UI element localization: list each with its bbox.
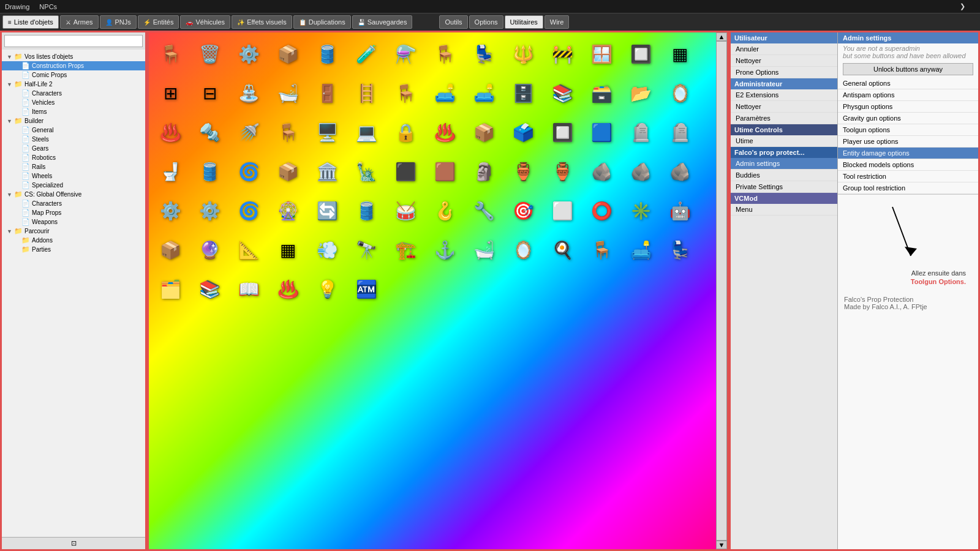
panel-prone-options[interactable]: Prone Options xyxy=(731,67,837,78)
obj-fence3[interactable]: 🔲 xyxy=(622,35,660,73)
tree-parcourir[interactable]: ▼ 📁 Parcourir xyxy=(2,227,145,236)
panel-parametres[interactable]: Paramètres xyxy=(731,113,837,124)
obj-sofa3[interactable]: 🛋️ xyxy=(622,231,660,269)
obj-box1[interactable]: 📦 xyxy=(465,113,503,151)
obj-spring[interactable]: 🔧 xyxy=(465,192,503,230)
tab-effets[interactable]: ✨ Effets visuels xyxy=(232,15,292,29)
obj-hook[interactable]: 🪝 xyxy=(426,192,464,230)
panel-annuler[interactable]: Annuler xyxy=(731,43,837,55)
option-gravity-gun[interactable]: Gravity gun options xyxy=(838,113,978,124)
obj-vending[interactable]: 🏧 xyxy=(347,270,385,308)
obj-grave1[interactable]: 🪦 xyxy=(622,113,660,151)
obj-column[interactable]: 🗽 xyxy=(347,152,385,190)
obj-ladder[interactable]: 🪜 xyxy=(347,74,385,112)
tree-vos-listes[interactable]: ▼ 📁 Vos listes d'objets xyxy=(2,52,145,61)
scroll-up-button[interactable]: ▲ xyxy=(716,32,727,41)
tree-addons[interactable]: 📁 Addons xyxy=(2,236,145,245)
obj-barrel3[interactable]: 🛢️ xyxy=(347,192,385,230)
tree-builder-wheels[interactable]: 📄 Wheels xyxy=(2,171,145,181)
obj-mech1[interactable]: 🤖 xyxy=(661,192,699,230)
tree-parties[interactable]: 📁 Parties xyxy=(2,245,145,254)
obj-drum[interactable]: 🥁 xyxy=(386,192,424,230)
tree-builder-steels[interactable]: 📄 Steels xyxy=(2,135,145,144)
obj-fan[interactable]: 🌀 xyxy=(230,192,268,230)
obj-rack[interactable]: 📐 xyxy=(230,231,268,269)
tab-outils[interactable]: Outils xyxy=(439,15,467,29)
obj-wheel[interactable]: ⚙️ xyxy=(230,35,268,73)
tab-duplications[interactable]: 📋 Duplications xyxy=(293,15,351,29)
obj-bench[interactable]: 🪑 xyxy=(426,35,464,73)
obj-bathtub2[interactable]: 🛁 xyxy=(465,231,503,269)
option-general[interactable]: General options xyxy=(838,78,978,89)
tree-csgo-map-props[interactable]: 📄 Map Props xyxy=(2,208,145,217)
obj-wheel4[interactable]: 🎯 xyxy=(504,192,542,230)
option-physgun[interactable]: Physgun options xyxy=(838,101,978,113)
obj-fence7[interactable]: 🔲 xyxy=(543,113,581,151)
obj-radiator[interactable]: ♨️ xyxy=(426,113,464,151)
tab-liste-objets[interactable]: ≡ Liste d'objets xyxy=(2,15,59,29)
menu-drawing[interactable]: Drawing xyxy=(5,3,29,10)
tab-pnjs[interactable]: 👤 PNJs xyxy=(100,15,137,29)
obj-cabinet2[interactable]: 📚 xyxy=(543,74,581,112)
obj-rock1[interactable]: 🪨 xyxy=(622,152,660,190)
tab-vehicules[interactable]: 🚗 Véhicules xyxy=(180,15,230,29)
tree-hl2-vehicles[interactable]: 📄 Vehicles xyxy=(2,98,145,107)
tree-hl2-characters[interactable]: 📄 Characters xyxy=(2,89,145,98)
tree-builder-general[interactable]: 📄 General xyxy=(2,126,145,135)
option-entity-damage[interactable]: Entity damage options xyxy=(838,148,978,159)
obj-sofa[interactable]: 🛋️ xyxy=(426,74,464,112)
obj-chair-blue[interactable]: 💺 xyxy=(465,35,503,73)
tree-comic-props[interactable]: 📄 Comic Props xyxy=(2,70,145,80)
obj-stool[interactable]: 🪑 xyxy=(151,35,189,73)
obj-barrel-blue[interactable]: 🛢️ xyxy=(308,35,346,73)
option-player-use[interactable]: Player use options xyxy=(838,136,978,148)
obj-crate2[interactable]: 📦 xyxy=(269,152,307,190)
tab-utilitaires[interactable]: Utilitaires xyxy=(505,15,543,29)
obj-tank-green[interactable]: 🧪 xyxy=(347,35,385,73)
obj-fence8[interactable]: 🟦 xyxy=(582,113,620,151)
obj-washer[interactable]: 🌀 xyxy=(230,152,268,190)
obj-table1[interactable]: 🪞 xyxy=(661,74,699,112)
obj-stove[interactable]: 🍳 xyxy=(543,231,581,269)
tree-csgo-characters[interactable]: 📄 Characters xyxy=(2,199,145,208)
obj-lamp[interactable]: 💡 xyxy=(308,270,346,308)
tree-builder[interactable]: ▼ 📁 Builder xyxy=(2,116,145,126)
obj-statue1[interactable]: 🗿 xyxy=(465,152,503,190)
obj-grate[interactable]: ⬜ xyxy=(543,192,581,230)
option-group-tool-restriction[interactable]: Group tool restriction xyxy=(838,182,978,194)
option-blocked-models[interactable]: Blocked models options xyxy=(838,159,978,171)
obj-vent[interactable]: ▦ xyxy=(269,231,307,269)
obj-fence4[interactable]: ▦ xyxy=(661,35,699,73)
obj-barrel-dark[interactable]: 🗑️ xyxy=(190,35,228,73)
obj-cage2[interactable]: 🟫 xyxy=(426,152,464,190)
obj-cabinet[interactable]: 🗄️ xyxy=(504,74,542,112)
panel-nettoyer2[interactable]: Nettoyer xyxy=(731,101,837,113)
obj-pole[interactable]: 🔱 xyxy=(504,35,542,73)
panel-utime[interactable]: Utime xyxy=(731,135,837,147)
obj-table2[interactable]: 🪑 xyxy=(269,113,307,151)
search-input[interactable] xyxy=(4,35,143,47)
obj-radiator2[interactable]: ♨️ xyxy=(269,270,307,308)
obj-crate[interactable]: 📦 xyxy=(269,35,307,73)
panel-private-settings[interactable]: Private Settings xyxy=(731,181,837,193)
obj-bookcase[interactable]: 📖 xyxy=(230,270,268,308)
obj-fence2[interactable]: 🪟 xyxy=(582,35,620,73)
tree-builder-specialized[interactable]: 📄 Specialized xyxy=(2,181,145,190)
menu-npcs[interactable]: NPCs xyxy=(39,3,57,10)
obj-crane[interactable]: ⚓ xyxy=(426,231,464,269)
obj-chair3[interactable]: 🪑 xyxy=(582,231,620,269)
obj-scaffold[interactable]: 🏗️ xyxy=(386,231,424,269)
obj-cabinet3[interactable]: 🗃️ xyxy=(582,74,620,112)
obj-armchair[interactable]: 💺 xyxy=(661,231,699,269)
panel-e2-extensions[interactable]: E2 Extensions xyxy=(731,89,837,101)
obj-sink[interactable]: 🚿 xyxy=(230,113,268,151)
tree-builder-robotics[interactable]: 📄 Robotics xyxy=(2,153,145,162)
tab-entites[interactable]: ⚡ Entités xyxy=(138,15,179,29)
tree-hl2[interactable]: ▼ 📁 Half-Life 2 xyxy=(2,80,145,89)
scroll-down-button[interactable]: ▼ xyxy=(716,541,727,549)
obj-cabinet4[interactable]: 📂 xyxy=(622,74,660,112)
obj-gear1[interactable]: ⚙️ xyxy=(151,192,189,230)
obj-box3[interactable]: 📦 xyxy=(151,231,189,269)
obj-fountain[interactable]: ⛲ xyxy=(230,74,268,112)
panel-menu[interactable]: Menu xyxy=(731,204,837,216)
